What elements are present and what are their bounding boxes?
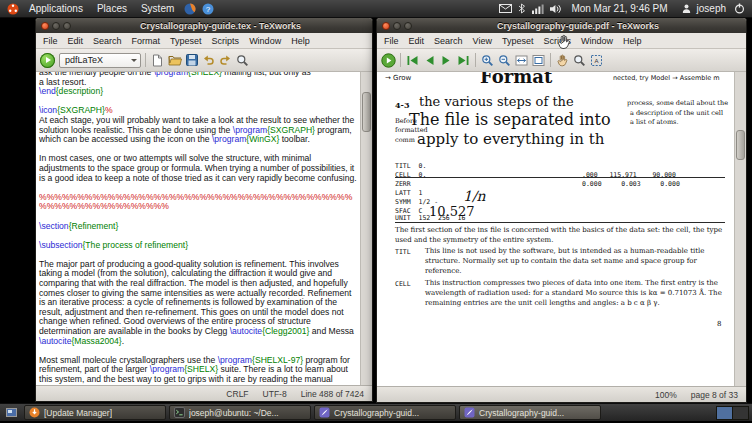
pdf-menu-view[interactable]: View (468, 35, 497, 47)
svg-text:?: ? (206, 4, 211, 13)
editor-scrollbar[interactable] (360, 72, 372, 385)
toolbar-separator (475, 53, 476, 67)
open-icon[interactable] (167, 53, 182, 68)
editor-menu-window[interactable]: Window (244, 35, 286, 47)
pdf-toolbar-icons: A (381, 53, 604, 68)
editor-window: Crystallography-guide.tex - TeXworks Fil… (35, 17, 373, 402)
typeset-button[interactable] (40, 53, 55, 68)
power-icon[interactable] (734, 3, 745, 14)
typeset-icon[interactable] (381, 53, 396, 68)
source-editor[interactable]: ask the friendly people on the \program{… (36, 72, 360, 385)
taskbar-item-label: [Update Manager] (44, 408, 112, 418)
ubuntu-logo-icon[interactable] (7, 3, 19, 15)
scrollbar-thumb[interactable] (736, 130, 745, 160)
prev-page-icon[interactable] (422, 53, 437, 68)
zoom-out-icon[interactable] (497, 53, 512, 68)
taskbar-item[interactable]: [Update Manager] (24, 405, 166, 420)
pdf-menubar: FileEditSearchViewTypesetScriptsWindowHe… (377, 33, 746, 49)
editor-menu-format[interactable]: Format (127, 35, 166, 47)
pdf-text-fragment: This line is not used by the software, b… (425, 247, 731, 276)
pdf-menu-window[interactable]: Window (576, 35, 618, 47)
find-icon[interactable] (235, 53, 250, 68)
pdf-rule (395, 177, 725, 178)
last-page-icon[interactable] (456, 53, 471, 68)
panel-menu-system[interactable]: System (134, 0, 181, 18)
pdf-body: → GrowFormatnected, try Model → Assemble… (377, 72, 746, 386)
editor-menu-help[interactable]: Help (286, 35, 315, 47)
help-icon[interactable]: ? (202, 3, 214, 15)
minimize-button[interactable] (393, 22, 401, 30)
volume-icon[interactable] (550, 4, 562, 14)
next-page-icon[interactable] (439, 53, 454, 68)
mail-icon[interactable] (499, 4, 512, 13)
taskbar-item[interactable]: Crystallography-guid... (314, 405, 456, 420)
maximize-button[interactable] (404, 22, 412, 30)
editor-menu-search[interactable]: Search (88, 35, 127, 47)
scrollbar-thumb[interactable] (362, 92, 371, 132)
pdf-page[interactable]: → GrowFormatnected, try Model → Assemble… (377, 72, 734, 386)
pdf-menu-file[interactable]: File (379, 35, 404, 47)
pdf-scrollbar[interactable] (734, 72, 746, 386)
editor-menu-typeset[interactable]: Typeset (165, 35, 207, 47)
magnifier-icon[interactable] (572, 53, 587, 68)
editor-menu-edit[interactable]: Edit (63, 35, 89, 47)
editor-toolbar: pdfLaTeX (36, 49, 372, 72)
panel-menu-applications[interactable]: Applications (22, 0, 90, 18)
new-doc-icon[interactable] (150, 53, 165, 68)
fit-width-icon[interactable] (514, 53, 529, 68)
workspace-2[interactable] (733, 407, 748, 419)
hand-tool-icon[interactable] (555, 53, 570, 68)
user-icon (682, 4, 691, 13)
workspace-1[interactable] (717, 407, 733, 419)
editor-line: \subsection{The process of refinement} (39, 241, 357, 251)
minimize-button[interactable] (52, 22, 60, 30)
browser-icon[interactable] (184, 3, 196, 15)
fit-window-icon[interactable] (531, 53, 546, 68)
undo-icon[interactable] (201, 53, 216, 68)
close-button[interactable] (41, 22, 49, 30)
pdf-menu-edit[interactable]: Edit (404, 35, 430, 47)
pdf-text-fragment: a description of the unit cell (630, 109, 723, 117)
workspace-switcher[interactable] (716, 406, 749, 420)
editor-line: Most small molecule crystallographers us… (39, 356, 357, 385)
engine-value: pdfLaTeX (65, 55, 103, 65)
top-panel-left: ApplicationsPlacesSystem ? (4, 0, 217, 17)
pdf-menu-help[interactable]: Help (618, 35, 647, 47)
taskbar-items: [Update Manager]joseph@ubuntu: ~/De...Cr… (24, 405, 601, 420)
pdf-titlebar[interactable]: Crystallography-guide.pdf - TeXworks (377, 18, 746, 33)
toolbar-separator (145, 53, 146, 67)
pdf-menu-typeset[interactable]: Typeset (497, 35, 539, 47)
first-page-icon[interactable] (405, 53, 420, 68)
redo-icon[interactable] (218, 53, 233, 68)
taskbar-item[interactable]: joseph@ubuntu: ~/De... (169, 405, 311, 420)
network-icon[interactable] (532, 4, 544, 14)
bluetooth-icon[interactable] (518, 3, 526, 14)
engine-select[interactable]: pdfLaTeX (59, 53, 141, 68)
taskbar-item[interactable]: Crystallography-guid... (459, 405, 601, 420)
editor-line: ask the friendly people on the \program{… (39, 72, 357, 78)
user-menu[interactable]: joseph (679, 3, 726, 14)
editor-menu-scripts[interactable]: Scripts (207, 35, 245, 47)
save-icon[interactable] (184, 53, 199, 68)
select-text-icon[interactable]: A (589, 53, 604, 68)
pdf-text-fragment: 0.000 0.003 0.000 (582, 180, 680, 188)
pdf-menu-search[interactable]: Search (429, 35, 468, 47)
panel-menu-places[interactable]: Places (90, 0, 134, 18)
show-desktop-icon[interactable] (6, 407, 17, 418)
editor-line: \section{Refinement} (39, 222, 357, 232)
clock[interactable]: Mon Mar 21, 9:46 PM (571, 3, 667, 14)
close-button[interactable] (382, 22, 390, 30)
editor-titlebar[interactable]: Crystallography-guide.tex - TeXworks (36, 18, 372, 33)
pdf-menu-scripts[interactable]: Scripts (538, 35, 576, 47)
pdf-text-fragment: UNIT 152 256 16 (395, 214, 465, 222)
editor-line: %%%%%%%%%%%%%%%%%%%%%%%%%%%%%%%%%%%%%%%%… (39, 193, 357, 212)
editor-menubar: FileEditSearchFormatTypesetScriptsWindow… (36, 33, 372, 49)
zoom-level: 100% (655, 390, 677, 400)
maximize-button[interactable] (63, 22, 71, 30)
zoom-in-icon[interactable] (480, 53, 495, 68)
editor-menu-file[interactable]: File (38, 35, 63, 47)
pdf-text-fragment: The file is separated into (409, 110, 611, 129)
desktop: ApplicationsPlacesSystem ? Mon Mar 21, 9… (0, 0, 752, 423)
window-title: Crystallography-guide.pdf - TeXworks (415, 21, 741, 31)
terminal-icon (174, 407, 185, 418)
